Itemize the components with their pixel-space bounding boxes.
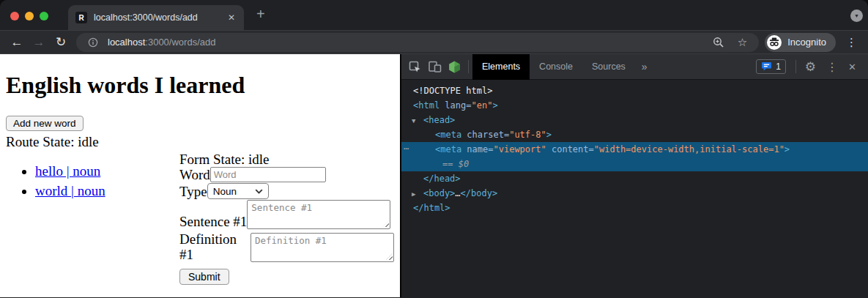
browser-menu-icon[interactable]: ⋮ [842, 36, 862, 49]
devtools-tab-console[interactable]: Console [530, 54, 582, 80]
code-line[interactable]: <html lang="en"> [401, 98, 868, 113]
code-token: > [492, 100, 497, 111]
issues-counter[interactable]: 1 [756, 59, 786, 74]
bookmark-star-icon[interactable]: ☆ [734, 36, 751, 49]
code-token [546, 144, 552, 154]
code-token: "utf-8" [509, 130, 546, 140]
window-content: English words I learned Add new word Rou… [0, 54, 868, 297]
chevron-down-icon[interactable]: ▼ [850, 10, 863, 22]
extension-gem-icon[interactable] [445, 61, 464, 73]
disclosure-arrow-icon[interactable]: ▼ [412, 113, 423, 128]
tab-close-icon[interactable]: ✕ [226, 12, 237, 23]
type-select[interactable]: Noun [207, 183, 269, 199]
toolbar-divider [795, 60, 796, 73]
select-chevron-icon [255, 189, 263, 194]
code-line[interactable]: <!DOCTYPE html> [401, 83, 868, 98]
word-link[interactable]: hello | noun [35, 163, 100, 179]
code-token: lang= [445, 100, 471, 111]
code-token: "width=device-width,initial-scale=1" [594, 144, 784, 154]
code-line[interactable]: </head> [401, 171, 868, 186]
title-bar: R localhost:3000/words/add ✕ + ▼ [0, 0, 868, 30]
new-tab-button[interactable]: + [256, 6, 265, 23]
code-line[interactable]: == $0 [401, 157, 868, 171]
code-token: </html> [413, 203, 450, 213]
reload-button[interactable]: ↻ [50, 31, 72, 53]
devtools-tabs: ElementsConsoleSources [472, 54, 635, 80]
browser-window: R localhost:3000/words/add ✕ + ▼ ← → ↻ l… [0, 0, 868, 298]
code-token: <meta [435, 130, 461, 140]
definition-label: Definition #1 [179, 231, 251, 262]
inspect-element-icon[interactable] [405, 61, 425, 73]
remix-favicon-icon: R [75, 12, 87, 23]
form-state-text: Form State: idle [179, 152, 394, 167]
code-token: <head> [423, 115, 455, 125]
mac-traffic-lights [10, 12, 48, 21]
url-text: localhost:3000/words/add [108, 37, 215, 48]
forward-button[interactable]: → [28, 31, 50, 53]
devtools-close-icon[interactable]: ✕ [843, 62, 863, 72]
more-panels-icon[interactable]: » [635, 61, 654, 72]
code-line[interactable]: ▶<body>…</body> [401, 186, 868, 201]
address-bar[interactable]: localhost:3000/words/add ☆ [76, 33, 759, 52]
add-new-word-button[interactable]: Add new word [6, 116, 84, 131]
code-token: charset= [467, 130, 509, 140]
minimize-window-button[interactable] [25, 12, 34, 21]
code-line[interactable]: ▼<head> [401, 113, 868, 127]
submit-button[interactable]: Submit [179, 269, 229, 285]
disclosure-arrow-icon[interactable]: ▶ [412, 187, 423, 201]
zoom-page-icon[interactable] [709, 37, 728, 48]
code-token: "viewport" [493, 144, 546, 154]
info-icon[interactable] [84, 37, 102, 48]
zoom-window-button[interactable] [40, 12, 48, 21]
devtools-tab-sources[interactable]: Sources [582, 54, 635, 80]
word-list: hello | nounworld | noun [6, 163, 179, 285]
web-page: English words I learned Add new word Rou… [0, 54, 400, 297]
url-host: localhost [108, 37, 145, 48]
code-token: </body> [461, 188, 498, 198]
word-input[interactable] [210, 167, 326, 182]
incognito-spy-icon [767, 35, 782, 50]
word-link[interactable]: world | noun [35, 183, 105, 198]
close-window-button[interactable] [10, 12, 19, 21]
settings-gear-icon[interactable]: ⚙ [800, 59, 821, 75]
code-token: <meta [435, 144, 461, 154]
url-path: :3000/words/add [145, 37, 215, 48]
code-token: </head> [423, 174, 461, 184]
add-word-form: Form State: idle Word Type Noun Sentence [179, 152, 394, 285]
list-item: hello | noun [35, 163, 179, 179]
browser-tab[interactable]: R localhost:3000/words/add ✕ [68, 5, 244, 30]
devtools-tab-elements[interactable]: Elements [472, 54, 530, 80]
code-token: == [442, 159, 459, 169]
page-title: English words I learned [6, 72, 394, 98]
issues-bubble-icon [761, 62, 772, 72]
incognito-badge: Incognito [765, 33, 836, 52]
code-token: content= [552, 144, 594, 154]
browser-toolbar: ← → ↻ localhost:3000/words/add ☆ Incogni… [0, 30, 868, 54]
code-token: name= [467, 144, 493, 154]
incognito-label: Incognito [787, 37, 826, 48]
device-toolbar-icon[interactable] [425, 61, 445, 72]
sentence-label: Sentence #1 [179, 214, 247, 229]
toolbar-divider [468, 60, 469, 73]
code-token: "en" [471, 100, 492, 111]
code-token: > [784, 144, 790, 154]
code-line[interactable]: …<meta name="viewport" content="width=de… [401, 142, 868, 157]
code-token: <html [413, 100, 439, 111]
issues-count: 1 [776, 62, 781, 72]
code-token: <body> [423, 188, 455, 198]
devtools-toolbar: ElementsConsoleSources » 1 ⚙ ⋮ ✕ [401, 54, 868, 80]
code-token: > [546, 130, 552, 140]
list-item: world | noun [35, 183, 179, 199]
code-line[interactable]: </html> [401, 201, 868, 215]
type-label: Type [179, 184, 207, 199]
definition-textarea[interactable] [251, 233, 394, 262]
back-button[interactable]: ← [6, 31, 28, 53]
elements-tree: <!DOCTYPE html><html lang="en">▼<head><m… [401, 80, 868, 297]
route-state-text: Route State: idle [6, 134, 394, 150]
code-line[interactable]: <meta charset="utf-8"> [401, 127, 868, 142]
line-options-icon[interactable]: … [404, 139, 409, 154]
sentence-textarea[interactable] [247, 200, 390, 229]
code-token: … [455, 188, 460, 198]
type-select-value: Noun [213, 186, 237, 197]
devtools-menu-icon[interactable]: ⋮ [821, 60, 843, 74]
